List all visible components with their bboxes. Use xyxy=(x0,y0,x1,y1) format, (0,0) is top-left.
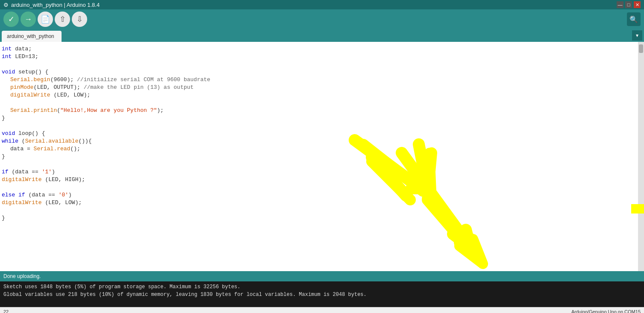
console-area: Sketch uses 1848 bytes (5%) of program s… xyxy=(0,281,644,307)
code-line-4: void setup() { xyxy=(2,68,636,76)
bottom-status-bar: 22 Arduino/Genuino Uno on COM15 xyxy=(0,307,644,313)
code-line-6: pinMode(LED, OUTPUT); //make the LED pin… xyxy=(2,84,636,91)
code-line-7: digitalWrite (LED, LOW); xyxy=(2,91,636,99)
yellow-marker xyxy=(631,204,644,214)
status-message: Done uploading. xyxy=(3,273,41,279)
console-line-1: Sketch uses 1848 bytes (5%) of program s… xyxy=(3,283,641,291)
tab-label: arduino_with_python xyxy=(7,33,54,39)
code-editor[interactable]: int data; int LED=13; void setup() { Ser… xyxy=(0,42,638,271)
code-line-1: int data; xyxy=(2,45,636,53)
code-line-17: if (data == '1') xyxy=(2,168,636,176)
code-line-10: } xyxy=(2,114,636,122)
code-line-20: else if (data == '0') xyxy=(2,191,636,199)
code-line-14: data = Serial.read(); xyxy=(2,145,636,153)
title-bar-controls[interactable]: — □ ✕ xyxy=(617,1,641,8)
code-line-3 xyxy=(2,61,636,68)
code-line-21: digitalWrite (LED, LOW); xyxy=(2,199,636,207)
code-line-18: digitalWrite (LED, HIGH); xyxy=(2,176,636,184)
svg-line-3 xyxy=(453,234,470,247)
code-line-12: void loop() { xyxy=(2,130,636,137)
scrollbar-thumb[interactable] xyxy=(639,44,643,53)
minimize-button[interactable]: — xyxy=(617,1,623,8)
open-button[interactable]: ⇧ xyxy=(55,12,70,27)
code-line-13: while (Serial.available()){ xyxy=(2,137,636,145)
tabs-bar: arduino_with_python ▾ xyxy=(0,29,644,42)
code-line-8 xyxy=(2,99,636,107)
search-button[interactable]: 🔍 xyxy=(627,12,641,26)
title-bar: ⚙ arduino_with_python | Arduino 1.8.4 — … xyxy=(0,0,644,9)
app-icon: ⚙ xyxy=(3,2,9,8)
title-bar-left: ⚙ arduino_with_python | Arduino 1.8.4 xyxy=(3,2,100,8)
new-button[interactable]: 📄 xyxy=(38,12,53,27)
status-bar: Done uploading. xyxy=(0,271,644,281)
code-line-15: } xyxy=(2,153,636,161)
code-line-9: Serial.println("Hello!,How are you Pytho… xyxy=(2,107,636,114)
verify-button[interactable]: ✓ xyxy=(3,12,19,27)
maximize-button[interactable]: □ xyxy=(625,1,632,8)
toolbar: ✓ → 📄 ⇧ ⇩ 🔍 xyxy=(0,9,644,29)
tab-dropdown-button[interactable]: ▾ xyxy=(632,30,642,41)
code-line-5: Serial.begin(9600); //initialize serial … xyxy=(2,76,636,84)
svg-line-4 xyxy=(466,230,470,247)
editor-area: int data; int LED=13; void setup() { Ser… xyxy=(0,42,644,271)
close-button[interactable]: ✕ xyxy=(634,1,641,8)
code-line-22 xyxy=(2,207,636,214)
code-line-19 xyxy=(2,184,636,191)
board-info: Arduino/Genuino Uno on COM15 xyxy=(571,309,641,313)
console-line-2: Global variables use 218 bytes (10%) of … xyxy=(3,291,641,298)
cursor-position: 22 xyxy=(3,309,9,313)
code-line-16 xyxy=(2,161,636,168)
code-line-23: } xyxy=(2,214,636,222)
active-tab[interactable]: arduino_with_python xyxy=(2,31,62,42)
save-button[interactable]: ⇩ xyxy=(72,12,87,27)
vertical-scrollbar[interactable] xyxy=(638,42,644,271)
upload-button[interactable]: → xyxy=(21,12,36,27)
window-title: arduino_with_python | Arduino 1.8.4 xyxy=(11,2,100,8)
code-line-11 xyxy=(2,122,636,130)
code-line-2: int LED=13; xyxy=(2,53,636,61)
